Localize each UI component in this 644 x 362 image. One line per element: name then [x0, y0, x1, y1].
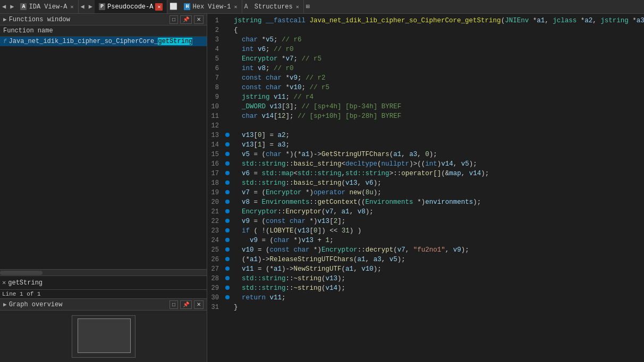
graph-overview-title: Graph overview	[9, 301, 167, 308]
line-code-26: (*a1)->ReleaseStringUTFChars(a1, a3, v5)…	[232, 255, 644, 264]
pseudocode-icon: P	[99, 3, 105, 10]
tab-structures-label: Structures	[255, 3, 293, 11]
line-dot-30	[223, 295, 232, 299]
line-dot-19	[223, 190, 232, 194]
line-code-25: v10 = (const char *)Encryptor::decrypt(v…	[232, 245, 644, 255]
tab-hex-view[interactable]: H Hex View-1 ✕	[180, 0, 242, 13]
line-num-6: 6	[207, 64, 223, 73]
line-code-1: jstring __fastcall Java_net_idik_lib_cip…	[232, 16, 644, 25]
graph-content	[0, 311, 207, 362]
code-line-15: 15 v5 = (char *)(*a1)->GetStringUTFChars…	[207, 150, 644, 159]
line-num-9: 9	[207, 92, 223, 102]
tab-bar: ◀ ▶ A IDA View-A ✕ ◀ ▶ P Pseudocode-A ✕ …	[0, 0, 644, 14]
code-line-22: 22 v9 = (const char *)v13[2];	[207, 217, 644, 226]
functions-restore-button[interactable]: □	[170, 15, 178, 24]
hex-view-close[interactable]: ✕	[234, 4, 238, 10]
graph-restore-button[interactable]: □	[170, 300, 178, 309]
tab-pseudocode-label: Pseudocode-A	[107, 3, 153, 11]
line-dot-15	[223, 152, 232, 156]
line-num-15: 15	[207, 150, 223, 159]
tab-arrow-1[interactable]: ◀	[79, 3, 87, 11]
code-line-4: 4 int v6; // r0	[207, 45, 644, 54]
tab-structures[interactable]: Structures ✕	[250, 0, 304, 13]
code-line-19: 19 v7 = (Encryptor *)operator new(8u);	[207, 188, 644, 197]
code-line-6: 6 int v8; // r0	[207, 64, 644, 73]
ida-view-close[interactable]: ✕	[71, 4, 74, 10]
code-line-20: 20 v8 = Environments::getContext((Enviro…	[207, 197, 644, 207]
functions-close-button[interactable]: ✕	[194, 15, 204, 24]
line-code-4: int v6; // r0	[232, 45, 644, 54]
line-num-17: 17	[207, 169, 223, 178]
search-status: Line 1 of 1	[0, 289, 207, 298]
code-line-10: 10 _DWORD v13[3]; // [sp+4h] [bp-34h] BY…	[207, 102, 644, 111]
search-input[interactable]	[8, 279, 205, 287]
code-line-31: 31 }	[207, 303, 644, 312]
line-num-25: 25	[207, 245, 223, 255]
line-code-6: int v8; // r0	[232, 64, 644, 73]
code-line-11: 11 char v14[12]; // [sp+10h] [bp-28h] BY…	[207, 111, 644, 121]
line-code-28: std::string::~string(v13);	[232, 274, 644, 283]
tab-pseudocode[interactable]: P Pseudocode-A ✕	[95, 0, 167, 13]
code-line-25: 25 v10 = (const char *)Encryptor::decryp…	[207, 245, 644, 255]
function-list[interactable]: f Java_net_idik_lib_cipher_so_CipherCore…	[0, 37, 207, 269]
line-dot-16	[223, 161, 232, 166]
line-code-9: jstring v11; // r4	[232, 92, 644, 102]
code-line-5: 5 Encryptor *v7; // r5	[207, 54, 644, 64]
code-line-13: 13 v13[0] = a2;	[207, 131, 644, 140]
graph-inner	[72, 315, 135, 358]
grid-icon[interactable]: ⊞	[304, 3, 312, 11]
line-num-23: 23	[207, 226, 223, 236]
line-code-5: Encryptor *v7; // r5	[232, 54, 644, 64]
functions-pin-button[interactable]: 📌	[180, 15, 192, 24]
function-item[interactable]: f Java_net_idik_lib_cipher_so_CipherCore…	[0, 37, 207, 46]
line-code-14: v13[1] = a3;	[232, 140, 644, 150]
graph-box	[78, 318, 131, 353]
main-content: ▶ Functions window □ 📌 ✕ Function name f…	[0, 14, 644, 362]
line-num-22: 22	[207, 217, 223, 226]
line-code-15: v5 = (char *)(*a1)->GetStringUTFChars(a1…	[232, 150, 644, 159]
line-code-21: Encryptor::Encryptor(v7, a1, v8);	[232, 207, 644, 217]
search-clear-button[interactable]: ✕	[2, 279, 6, 287]
nav-right-icon[interactable]: ▶	[8, 3, 16, 11]
struct-a-icon[interactable]: A	[242, 3, 250, 11]
functions-window-title: Functions window	[9, 16, 167, 23]
line-num-16: 16	[207, 159, 223, 169]
search-bar: ✕	[0, 275, 207, 289]
nav-left-icon[interactable]: ◀	[0, 3, 8, 11]
line-dot-18	[223, 180, 232, 185]
graph-pin-button[interactable]: 📌	[180, 300, 192, 309]
line-code-11: char v14[12]; // [sp+10h] [bp-28h] BYREF	[232, 111, 644, 121]
line-num-20: 20	[207, 197, 223, 207]
code-content[interactable]: 1 jstring __fastcall Java_net_idik_lib_c…	[207, 14, 644, 362]
function-item-icon: f	[3, 38, 7, 45]
graph-title-bar: ▶ Graph overview □ 📌 ✕	[0, 299, 207, 311]
hex-nav-icon[interactable]: ⬜	[167, 3, 180, 11]
line-num-19: 19	[207, 188, 223, 197]
line-dot-13	[223, 133, 232, 137]
code-line-21: 21 Encryptor::Encryptor(v7, a1, v8);	[207, 207, 644, 217]
code-line-29: 29 std::string::~string(v14);	[207, 283, 644, 293]
line-dot-28	[223, 276, 232, 280]
graph-close-button[interactable]: ✕	[194, 300, 204, 309]
tab-arrow-2[interactable]: ▶	[87, 3, 95, 11]
line-num-18: 18	[207, 178, 223, 188]
hscroll-thumb[interactable]	[0, 271, 43, 275]
line-num-12: 12	[207, 121, 223, 131]
line-code-23: if ( !(LOBYTE(v13[0]) << 31) )	[232, 226, 644, 236]
code-panel: 1 jstring __fastcall Java_net_idik_lib_c…	[207, 14, 644, 362]
code-line-7: 7 const char *v9; // r2	[207, 73, 644, 83]
line-num-7: 7	[207, 73, 223, 83]
pseudocode-close[interactable]: ✕	[155, 3, 163, 11]
tab-ida-view[interactable]: A IDA View-A ✕	[16, 0, 78, 13]
line-code-16: std::string::basic_string<decltype(nullp…	[232, 159, 644, 169]
structures-close[interactable]: ✕	[296, 4, 299, 10]
line-num-30: 30	[207, 293, 223, 303]
fn-list-hscroll[interactable]	[0, 269, 207, 275]
line-code-29: std::string::~string(v14);	[232, 283, 644, 293]
line-code-3: char *v5; // r6	[232, 35, 644, 45]
line-code-19: v7 = (Encryptor *)operator new(8u);	[232, 188, 644, 197]
code-line-17: 17 v6 = std::map<std::string,std::string…	[207, 169, 644, 178]
fn-name-highlight: getString	[158, 38, 192, 45]
graph-icon: ▶	[3, 301, 7, 308]
line-code-31: }	[232, 303, 644, 312]
